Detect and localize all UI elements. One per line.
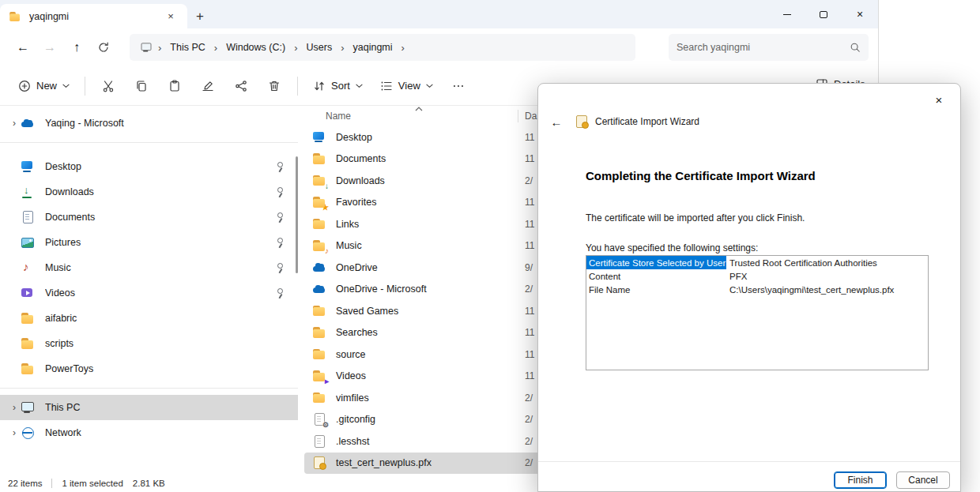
file-row-music[interactable]: ♪ Music 11 — [304, 235, 541, 257]
star-overlay-icon: ★ — [322, 204, 329, 212]
folder-icon — [9, 11, 21, 22]
delete-button[interactable] — [258, 72, 291, 100]
sidebar-item-desktop[interactable]: Desktop — [0, 154, 298, 179]
finish-button[interactable]: Finish — [834, 471, 887, 489]
file-name: Searches — [336, 327, 541, 338]
chevron-icon[interactable]: › — [8, 402, 21, 413]
file-icon — [312, 435, 326, 448]
minimize-button[interactable] — [769, 0, 805, 28]
breadcrumb-yaqingmi[interactable]: yaqingmi — [349, 39, 397, 55]
dialog-close-button[interactable]: × — [925, 88, 952, 111]
file-row-favorites[interactable]: ★ Favorites 11 — [304, 192, 541, 214]
navigation-bar: ← → ↑ › This PC › Windows (C:) › Users ›… — [0, 28, 878, 66]
file-name: vimfiles — [336, 392, 541, 404]
picture-icon — [21, 236, 35, 249]
breadcrumb-windows-c[interactable]: Windows (C:) — [222, 39, 289, 55]
column-divider[interactable] — [518, 110, 518, 122]
paste-button[interactable] — [158, 72, 191, 100]
sidebar-item-music[interactable]: Music — [0, 255, 298, 280]
setting-key: Content — [586, 269, 726, 283]
file-row-links[interactable]: Links 11 — [304, 213, 541, 235]
sidebar-item-scripts[interactable]: scripts — [0, 331, 298, 356]
file-row-documents[interactable]: Documents 11 — [304, 148, 541, 171]
sidebar-item-label: Downloads — [45, 186, 274, 197]
onedrive-cloud-icon — [312, 261, 326, 274]
file-row-videos[interactable]: ▸ Videos 11 — [304, 366, 541, 388]
search-input[interactable] — [677, 42, 843, 53]
sort-button[interactable]: Sort — [304, 74, 371, 98]
cancel-button[interactable]: Cancel — [896, 471, 950, 489]
file-row-desktop[interactable]: Desktop 11 — [304, 126, 541, 148]
file-name: OneDrive — [336, 262, 541, 273]
settings-row-store[interactable]: Certificate Store Selected by User Trust… — [586, 256, 928, 269]
copy-button[interactable] — [125, 72, 158, 100]
settings-list[interactable]: Certificate Store Selected by User Trust… — [586, 255, 929, 370]
sidebar-item-downloads[interactable]: Downloads — [0, 179, 298, 205]
view-label: View — [398, 80, 420, 92]
name-column-header[interactable]: Name — [326, 111, 351, 122]
settings-row-content[interactable]: Content PFX — [586, 269, 928, 283]
sidebar-item-this-pc[interactable]: › This PC — [0, 395, 298, 420]
file-row-onedrive[interactable]: OneDrive 9/ — [304, 257, 541, 279]
chevron-icon[interactable]: › — [8, 427, 21, 438]
window-close-button[interactable]: × — [842, 0, 878, 28]
file-row-gitconfig[interactable]: ⚙ .gitconfig 2/ — [304, 409, 541, 431]
back-button[interactable]: ← — [9, 35, 36, 60]
date-column-header[interactable]: Da — [525, 111, 537, 122]
file-date: 11 — [525, 306, 534, 317]
search-box[interactable] — [669, 34, 869, 61]
sidebar-item-network[interactable]: › Network — [0, 420, 298, 445]
file-row-saved-games[interactable]: Saved Games 11 — [304, 300, 541, 322]
view-button[interactable]: View — [371, 74, 442, 98]
share-icon — [235, 80, 247, 92]
more-options-button[interactable] — [442, 72, 475, 100]
refresh-button[interactable] — [90, 35, 117, 60]
explorer-tab[interactable]: yaqingmi × — [0, 4, 187, 28]
sidebar-item-powertoys[interactable]: PowerToys — [0, 356, 298, 381]
file-date: 2/ — [525, 457, 533, 468]
play-overlay-icon: ▸ — [325, 377, 329, 385]
setting-value: Trusted Root Certification Authorities — [726, 258, 877, 268]
breadcrumb[interactable]: › This PC › Windows (C:) › Users › yaqin… — [130, 34, 635, 61]
breadcrumb-users[interactable]: Users — [303, 39, 337, 55]
dialog-back-button[interactable]: ← — [545, 115, 568, 129]
breadcrumb-this-pc[interactable]: This PC — [166, 39, 209, 55]
sidebar-item-aifabric[interactable]: aifabric — [0, 306, 298, 331]
videos-folder-icon: ▸ — [312, 370, 326, 382]
sidebar-item-onedrive[interactable]: › Yaqing - Microsoft — [0, 111, 298, 136]
forward-button[interactable]: → — [36, 35, 63, 60]
maximize-button[interactable] — [805, 0, 842, 28]
rename-button[interactable] — [191, 72, 224, 100]
sidebar-item-videos[interactable]: Videos — [0, 280, 298, 306]
copy-icon — [135, 80, 148, 92]
chevron-icon[interactable]: › — [8, 118, 21, 129]
folder-icon — [312, 348, 326, 361]
file-row-searches[interactable]: Searches 11 — [304, 322, 541, 344]
new-button[interactable]: New — [9, 74, 78, 98]
chevron-right-icon: › — [211, 42, 220, 54]
file-name: Downloads — [336, 175, 541, 186]
share-button[interactable] — [224, 72, 258, 100]
file-row-test-cert-newplus-pfx[interactable]: test_cert_newplus.pfx 2/ — [304, 453, 541, 475]
file-name: test_cert_newplus.pfx — [336, 457, 541, 468]
wizard-settings-label: You have specified the following setting… — [586, 242, 758, 254]
file-name: Saved Games — [336, 306, 541, 317]
file-row-vimfiles[interactable]: vimfiles 2/ — [304, 387, 541, 409]
tab-close-icon[interactable]: × — [162, 8, 179, 25]
music-folder-icon: ♪ — [312, 239, 326, 252]
file-row-downloads[interactable]: ↓ Downloads 2/ — [304, 170, 541, 192]
file-date: 11 — [525, 153, 534, 164]
file-row-source[interactable]: source 11 — [304, 344, 541, 366]
sidebar-item-label: Pictures — [45, 237, 274, 248]
sort-label: Sort — [331, 80, 350, 92]
rename-icon — [202, 80, 214, 92]
new-tab-button[interactable]: + — [187, 4, 213, 28]
sidebar-item-pictures[interactable]: Pictures — [0, 230, 298, 255]
file-name: source — [336, 349, 541, 360]
file-row-onedrive-microsoft[interactable]: OneDrive - Microsoft 2/ — [304, 279, 541, 301]
settings-row-file-name[interactable]: File Name C:\Users\yaqingmi\test_cert_ne… — [586, 283, 928, 296]
sidebar-item-documents[interactable]: Documents — [0, 205, 298, 230]
cut-button[interactable] — [92, 72, 125, 100]
file-row-lesshst[interactable]: .lesshst 2/ — [304, 430, 541, 453]
up-button[interactable]: ↑ — [63, 35, 90, 60]
